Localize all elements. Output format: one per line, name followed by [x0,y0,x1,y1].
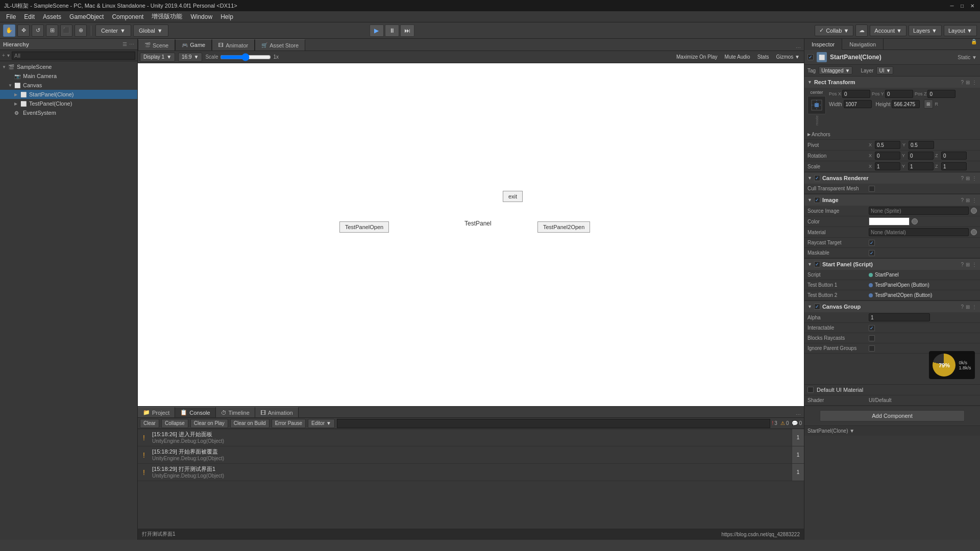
alpha-input[interactable] [869,313,930,321]
pivot-y-input[interactable] [909,141,934,149]
bottom-panel-settings[interactable]: ⋯ [796,412,804,417]
canvas-group-more-icon[interactable]: ⋮ [972,304,977,310]
test-panel2-open-button[interactable]: TestPanel2Open [537,221,590,233]
image-more-icon[interactable]: ⋮ [972,197,977,203]
step-button[interactable]: ⏭ [400,24,414,37]
start-panel-enabled-checkbox[interactable]: ✓ [814,261,820,267]
rect-transform-header[interactable]: ▼ Rect Transform ? ⊞ ⋮ [804,77,980,88]
rotation-y-input[interactable] [908,152,934,160]
scale-slider[interactable] [220,53,271,61]
start-panel-help-icon[interactable]: ? [961,262,964,267]
color-swatch[interactable] [869,217,910,226]
clear-on-play-button[interactable]: Clear on Play [190,419,228,428]
canvas-renderer-help-icon[interactable]: ? [961,176,964,181]
exit-button[interactable]: exit [503,191,523,202]
tab-game[interactable]: 🎮 Game [175,39,212,51]
bottom-obj-name[interactable]: StartPanel(Clone) ▼ [804,425,980,436]
canvas-renderer-enabled-checkbox[interactable]: ✓ [814,175,820,181]
hierarchy-item-eventsystem[interactable]: ⚙ EventSystem [0,108,137,117]
pos-y-input[interactable] [885,90,913,98]
scale-z-input[interactable] [941,162,967,170]
image-presets-icon[interactable]: ⊞ [966,197,970,203]
console-log-0[interactable]: ! [15:18:26] 进入开始面板 UnityEngine.Debug:Lo… [138,429,804,446]
hierarchy-settings-icon[interactable]: ⋯ [129,41,134,47]
rect-transform-presets-icon[interactable]: ⊞ [966,80,970,85]
canvas-group-enabled-checkbox[interactable]: ✓ [814,304,820,310]
world-button[interactable]: Global ▼ [133,24,168,37]
hierarchy-item-maincamera[interactable]: 📷 Main Camera [0,71,137,81]
menu-window[interactable]: Window [186,12,216,21]
height-input[interactable] [892,100,920,108]
rotate-tool-button[interactable]: ↺ [32,24,44,37]
console-log-1[interactable]: ! [15:18:29] 开始界面被覆盖 UnityEngine.Debug:L… [138,446,804,464]
layout-button[interactable]: Layout ▼ [944,25,977,36]
canvas-group-header[interactable]: ▼ ✓ Canvas Group ? ⊞ ⋮ [804,301,980,312]
collab-button[interactable]: ✓ Collab ▼ [815,25,853,36]
start-panel-presets-icon[interactable]: ⊞ [966,262,970,267]
static-dropdown[interactable]: Static ▼ [958,55,977,60]
pivot-x-input[interactable] [875,141,900,149]
error-pause-button[interactable]: Error Pause [272,419,306,428]
clear-button[interactable]: Clear [140,419,159,428]
canvas-group-help-icon[interactable]: ? [961,304,964,310]
mute-audio-button[interactable]: Mute Audio [723,53,752,61]
ignore-parent-checkbox[interactable] [869,345,875,352]
bottom-tab-animation[interactable]: 🎞 Animation [255,407,299,417]
add-component-button[interactable]: Add Component [820,410,965,421]
menu-assets[interactable]: Assets [39,12,65,21]
hierarchy-add-icon[interactable]: ☰ [122,41,127,47]
center-panel-settings[interactable]: ⋯ [796,45,804,51]
test-panel-open-button[interactable]: TestPanelOpen [339,221,389,233]
material-picker-icon[interactable] [971,229,977,235]
pos-x-input[interactable] [842,90,870,98]
scale-y-input[interactable] [908,162,934,170]
layer-dropdown[interactable]: UI ▼ [876,66,893,74]
aspect-dropdown[interactable]: 16:9 ▼ [178,53,202,62]
bottom-tab-project[interactable]: 📁 Project [138,407,175,417]
menu-help[interactable]: Help [216,12,237,21]
tag-dropdown[interactable]: Untagged ▼ [819,66,852,74]
source-image-picker-icon[interactable] [971,208,977,214]
pause-button[interactable]: ⏸ [385,24,399,37]
blocks-raycasts-checkbox[interactable] [869,335,875,341]
canvas-renderer-presets-icon[interactable]: ⊞ [966,176,970,181]
maximize-button[interactable]: □ [959,2,966,9]
layers-button[interactable]: Layers ▼ [909,25,942,36]
hierarchy-item-canvas[interactable]: ▼ ⬜ Canvas [0,81,137,90]
rect-transform-help-icon[interactable]: ? [961,80,964,85]
console-search-input[interactable] [337,419,770,428]
hand-tool-button[interactable]: ✋ [3,24,15,37]
raycast-target-checkbox[interactable]: ✓ [869,240,875,246]
blueprint-button[interactable]: ⊞ [924,99,933,109]
cloud-button[interactable]: ☁ [855,24,868,37]
tab-scene[interactable]: 🎬 Scene [138,39,175,51]
console-log-2[interactable]: ! [15:18:29] 打开测试界面1 UnityEngine.Debug:L… [138,464,804,481]
stats-button[interactable]: Stats [755,53,771,61]
hierarchy-search-input[interactable] [12,52,135,60]
start-panel-header[interactable]: ▼ ✓ Start Panel (Script) ? ⊞ ⋮ [804,259,980,270]
account-button[interactable]: Account ▼ [870,25,906,36]
transform-tool-button[interactable]: ⊕ [75,24,87,37]
menu-edit[interactable]: Edit [20,12,39,21]
menu-component[interactable]: Component [108,12,148,21]
start-panel-more-icon[interactable]: ⋮ [972,262,977,267]
canvas-renderer-more-icon[interactable]: ⋮ [972,176,977,181]
rotation-z-input[interactable] [941,152,967,160]
default-ui-material-checkbox[interactable] [807,387,814,393]
clear-on-build-button[interactable]: Clear on Build [230,419,270,428]
image-header[interactable]: ▼ ✓ Image ? ⊞ ⋮ [804,194,980,206]
hierarchy-item-startpanel[interactable]: ▶ ⬜ StartPanel(Clone) [0,90,137,99]
play-button[interactable]: ▶ [370,24,384,37]
object-enabled-checkbox[interactable]: ✓ [807,54,814,60]
minimize-button[interactable]: ─ [948,2,955,9]
cull-transparent-checkbox[interactable] [869,186,875,192]
rect-tool-button[interactable]: ⬛ [60,24,72,37]
pos-z-input[interactable] [927,90,955,98]
interactable-checkbox[interactable]: ✓ [869,325,875,331]
bottom-tab-console[interactable]: 📋 Console [175,407,215,417]
hierarchy-item-samplescene[interactable]: ▼ 🎬 SampleScene [0,62,137,71]
canvas-group-presets-icon[interactable]: ⊞ [966,304,970,310]
width-input[interactable] [844,100,872,108]
tab-navigation[interactable]: Navigation [842,39,884,50]
inspector-lock-icon[interactable]: 🔒 [971,39,980,49]
